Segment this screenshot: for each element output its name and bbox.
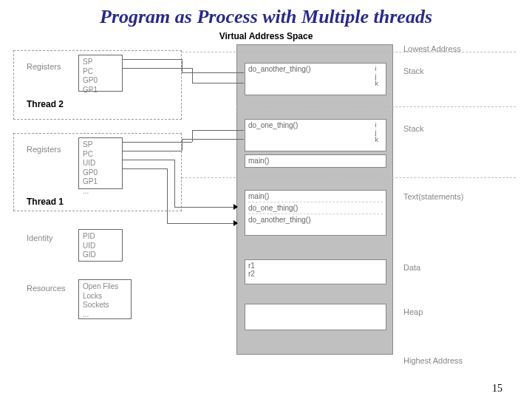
highest-address-label: Highest Address [403,356,463,365]
reg: GP0 [83,76,118,86]
data-var: r2 [248,270,383,278]
dash-sep [236,106,516,107]
connector [192,130,244,131]
var: i [375,121,379,129]
stack1-label: Stack [403,124,424,133]
fn-name: do_one_thing() [248,121,298,129]
var: i [375,65,379,72]
reg: SP [83,58,118,67]
var: k [375,136,379,143]
page-number: 15 [492,383,502,395]
identity-item: PID [83,232,118,242]
dash-sep [182,52,516,52]
var: k [375,80,379,87]
identity-item: UID [83,242,118,251]
thread1-registers-box: SP PC UID GP0 GP1 ... [78,137,123,189]
reg: GP1 [83,86,118,95]
res-item: Locks [83,292,127,301]
text-label: Text(statements) [403,192,463,201]
reg: ... [83,187,118,197]
res-item: Sockets [83,301,127,310]
vas-stack2: do_another_thing() i j k [245,63,386,95]
connector [192,68,193,83]
page-title: Program as Process with Multiple threads [0,0,532,31]
thread1-registers-label: Registers [27,145,61,154]
fn-name: main() [248,157,269,165]
thread2-label: Thread 2 [27,99,64,109]
stack2-label: Stack [403,66,424,75]
connector [123,160,174,160]
res-item: Open Files [83,282,127,292]
connector [192,130,193,142]
data-var: r1 [248,262,383,270]
resources-box: Open Files Locks Sockets ... [78,279,132,319]
fn-name: do_another_thing() [248,65,311,73]
var: j [375,72,379,80]
thread2-registers-box: SP PC GP0 GP1 [78,55,123,92]
identity-label: Identity [27,233,52,242]
connector [182,59,183,72]
connector [167,223,236,224]
vas-heap [245,304,386,330]
thread2-registers-label: Registers [27,62,61,71]
connector [174,160,175,207]
identity-item: GID [83,250,118,260]
thread1-label: Thread 1 [27,197,64,207]
resources-label: Resources [27,284,66,293]
connector [182,139,183,151]
data-label: Data [403,263,420,272]
connector [123,59,182,60]
connector [192,83,244,83]
connector [174,207,236,208]
vas-title: Virtual Address Space [0,31,532,41]
connector [182,72,244,73]
connector [123,168,167,169]
identity-box: PID UID GID [78,229,123,262]
vas-text: main() do_one_thing() do_another_thing() [245,190,386,236]
connector [123,68,192,69]
reg: GP1 [83,177,118,187]
reg: PC [83,67,118,77]
reg: SP [83,140,118,150]
connector [123,151,182,151]
arrow-icon [233,220,238,226]
reg: PC [83,150,118,160]
diagram-area: Registers SP PC GP0 GP1 Thread 2 Registe… [0,44,532,392]
vas-stack1: do_one_thing() i j k [245,119,386,151]
arrow-icon [233,204,238,210]
res-item: ... [83,310,127,320]
reg: GP0 [83,168,118,178]
connector [182,139,244,140]
text-line: do_another_thing() [248,216,383,224]
dash-sep [182,177,516,178]
vas-column: do_another_thing() i j k do_one_thing() … [236,44,393,355]
text-line: main() [248,192,383,200]
vas-main: main() [245,154,386,168]
text-line: do_one_thing() [248,204,383,212]
connector [167,168,168,223]
var: j [375,129,379,136]
vas-data: r1 r2 [245,259,386,284]
heap-label: Heap [403,307,423,316]
reg: UID [83,159,118,168]
